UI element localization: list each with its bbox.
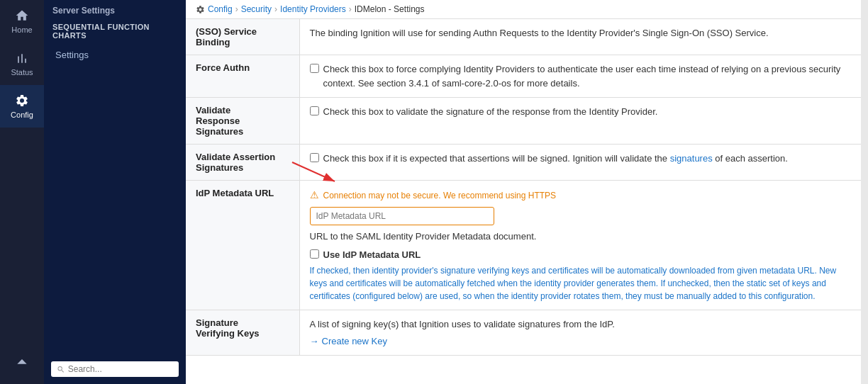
bar-chart-icon bbox=[15, 51, 29, 65]
breadcrumb-security[interactable]: Security bbox=[241, 4, 272, 14]
table-row: IdP Metadata URL ⚠ Connection may not be… bbox=[186, 181, 861, 310]
settings-table: (SSO) ServiceBinding The binding Ignitio… bbox=[186, 19, 861, 356]
breadcrumb-identity-providers[interactable]: Identity Providers bbox=[280, 4, 346, 14]
table-row: SignatureVerifying Keys A list of signin… bbox=[186, 310, 861, 356]
sso-binding-value: The binding Ignition will use for sendin… bbox=[299, 19, 861, 55]
server-settings-label: Server Settings bbox=[44, 0, 186, 18]
validate-assertion-value: Check this box if it is expected that as… bbox=[299, 145, 861, 181]
signature-keys-value: A list of signing key(s) that Ignition u… bbox=[299, 310, 861, 356]
use-idp-label: Use IdP Metadata URL bbox=[323, 248, 421, 262]
breadcrumb: Config › Security › Identity Providers ›… bbox=[186, 0, 861, 19]
nav-bottom bbox=[0, 347, 44, 384]
idp-metadata-url-label: IdP Metadata URL bbox=[186, 181, 299, 310]
table-row: (SSO) ServiceBinding The binding Ignitio… bbox=[186, 19, 861, 55]
sso-binding-label: (SSO) ServiceBinding bbox=[186, 19, 299, 55]
left-navigation: Home Status Config bbox=[0, 0, 44, 384]
nav-config[interactable]: Config bbox=[0, 85, 44, 128]
url-description: URL to the SAML Identity Provider Metada… bbox=[310, 230, 852, 244]
search-icon bbox=[57, 365, 65, 374]
table-row: ValidateResponseSignatures Check this bo… bbox=[186, 98, 861, 145]
table-row: Force Authn Check this box to force comp… bbox=[186, 55, 861, 98]
force-authn-text: Check this box to force complying Identi… bbox=[323, 62, 852, 90]
use-idp-metadata-checkbox[interactable] bbox=[310, 249, 319, 259]
signature-keys-description: A list of signing key(s) that Ignition u… bbox=[310, 317, 852, 332]
warning-message: ⚠ Connection may not be secure. We recom… bbox=[310, 188, 852, 203]
create-key-arrow: → bbox=[310, 334, 319, 349]
force-authn-checkbox[interactable] bbox=[310, 64, 319, 73]
table-row: Validate AssertionSignatures bbox=[186, 145, 861, 181]
create-key-text: Create new Key bbox=[322, 334, 388, 349]
validate-response-text: Check this box to validate the signature… bbox=[323, 105, 658, 119]
validate-response-value: Check this box to validate the signature… bbox=[299, 98, 861, 145]
annotation-arrow bbox=[285, 159, 342, 187]
nav-home[interactable]: Home bbox=[0, 0, 44, 43]
nav-status-label: Status bbox=[11, 68, 33, 77]
breadcrumb-gear-icon bbox=[196, 5, 205, 14]
svg-line-1 bbox=[292, 162, 335, 181]
home-icon bbox=[15, 9, 29, 23]
arrow-up-icon bbox=[15, 356, 29, 370]
breadcrumb-config[interactable]: Config bbox=[208, 4, 233, 14]
use-idp-description: If checked, then identity provider's sig… bbox=[310, 264, 852, 303]
idp-metadata-url-value: ⚠ Connection may not be secure. We recom… bbox=[299, 181, 861, 310]
validate-response-label: ValidateResponseSignatures bbox=[186, 98, 299, 145]
warning-text: Connection may not be secure. We recomme… bbox=[323, 189, 557, 202]
nav-home-label: Home bbox=[11, 26, 32, 34]
sidebar-item-settings[interactable]: Settings bbox=[44, 44, 186, 66]
validate-assertion-label: Validate AssertionSignatures bbox=[186, 145, 299, 181]
validate-response-checkbox[interactable] bbox=[310, 106, 319, 115]
signature-keys-label: SignatureVerifying Keys bbox=[186, 310, 299, 356]
nav-status[interactable]: Status bbox=[0, 43, 44, 85]
validate-assertion-text: Check this box if it is expected that as… bbox=[323, 152, 788, 166]
idp-metadata-url-input[interactable] bbox=[310, 207, 494, 225]
sidebar: Server Settings SEQUENTIAL FUNCTION CHAR… bbox=[44, 0, 186, 384]
nav-scroll-up[interactable] bbox=[0, 347, 44, 378]
create-key-link[interactable]: → Create new Key bbox=[310, 334, 852, 349]
sidebar-section-title: SEQUENTIAL FUNCTION CHARTS bbox=[44, 18, 186, 44]
warning-icon: ⚠ bbox=[310, 188, 319, 203]
search-input[interactable] bbox=[68, 364, 173, 374]
right-scrollbar[interactable] bbox=[861, 0, 868, 384]
breadcrumb-current: IDMelon - Settings bbox=[355, 4, 425, 14]
force-authn-label: Force Authn bbox=[186, 55, 299, 98]
main-content: Config › Security › Identity Providers ›… bbox=[186, 0, 861, 384]
nav-config-label: Config bbox=[11, 111, 33, 119]
gear-icon bbox=[15, 94, 29, 108]
settings-content: (SSO) ServiceBinding The binding Ignitio… bbox=[186, 19, 861, 384]
sidebar-search-container bbox=[51, 361, 179, 377]
force-authn-value: Check this box to force complying Identi… bbox=[299, 55, 861, 98]
